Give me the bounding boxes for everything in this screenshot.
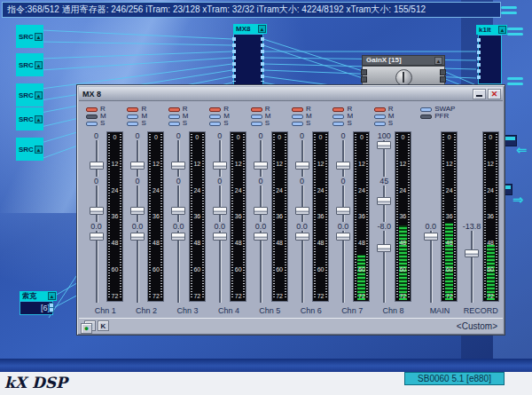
slider-thumb[interactable] [377, 197, 391, 205]
k1lt-block-title[interactable]: k1lt▲ [476, 25, 507, 35]
slider-thumb[interactable] [336, 207, 350, 215]
src-block-5-title[interactable]: SRC▲ [16, 138, 43, 161]
slider-thumb[interactable] [90, 162, 104, 170]
send2-slider[interactable] [89, 186, 105, 222]
slider-thumb[interactable] [254, 162, 268, 170]
slider-thumb[interactable] [130, 207, 145, 215]
output-pin[interactable] [49, 307, 54, 312]
toggle-m[interactable]: M [86, 113, 124, 120]
preset-selector[interactable]: <Custom> [457, 321, 497, 331]
fader-thumb[interactable] [254, 233, 268, 241]
monitor-button[interactable]: ● [81, 323, 92, 334]
minimized-module-icon[interactable] [501, 6, 517, 9]
send2-slider[interactable] [212, 186, 228, 222]
fader-slider[interactable] [129, 231, 145, 303]
send2-slider[interactable] [335, 186, 351, 222]
minimized-module-icon[interactable] [507, 28, 523, 30]
slider-thumb[interactable] [90, 207, 104, 215]
fader-thumb[interactable] [295, 233, 309, 241]
toggle-m[interactable]: M [127, 113, 165, 120]
slider-thumb[interactable] [295, 162, 309, 170]
send1-slider[interactable] [170, 140, 186, 177]
fader-slider[interactable] [170, 231, 186, 303]
slider-thumb[interactable] [171, 207, 185, 215]
sink-block-title[interactable]: 索克▲ [20, 291, 57, 301]
gainx-block-title[interactable]: GainX [15]▲ [362, 55, 445, 66]
send2-slider[interactable] [253, 186, 269, 222]
toggle-s[interactable]: S [209, 120, 247, 127]
toggle-s[interactable]: S [292, 120, 330, 127]
fader-thumb[interactable] [130, 233, 145, 241]
toggle-m[interactable]: M [374, 113, 412, 120]
fader-thumb[interactable] [377, 244, 391, 252]
slider-thumb[interactable] [213, 207, 227, 215]
src-block-3-title[interactable]: SRC▲ [16, 83, 43, 107]
fader-thumb[interactable] [171, 233, 185, 241]
minimize-button[interactable] [473, 89, 486, 99]
output-pin-r[interactable] [440, 76, 446, 83]
send2-slider[interactable] [376, 186, 392, 222]
fader-thumb[interactable] [213, 233, 227, 241]
input-connector-icon[interactable] [504, 135, 517, 146]
mx8-block-title[interactable]: MX8▲ [233, 24, 267, 34]
src-block-1-title[interactable]: SRC▲ [16, 25, 43, 48]
toggle-s[interactable]: S [332, 120, 371, 127]
slider-thumb[interactable] [171, 162, 185, 170]
output-pin-l[interactable] [440, 69, 446, 75]
arrow-right-icon[interactable]: ⇒ [512, 194, 524, 207]
gain-knob[interactable] [395, 69, 412, 86]
slider-thumb[interactable] [336, 162, 350, 170]
output-pins[interactable] [261, 37, 264, 82]
sink-block[interactable]: [6] [20, 301, 53, 315]
send1-slider[interactable] [335, 140, 351, 177]
collapse-arrow-icon[interactable]: ▲ [48, 292, 56, 300]
toggle-m[interactable]: M [209, 113, 247, 120]
send2-slider[interactable] [129, 186, 145, 222]
toggle-pfr[interactable]: PFR [420, 113, 458, 120]
input-pin-l[interactable] [361, 69, 367, 75]
k-button[interactable]: K [98, 320, 109, 331]
toggle-m[interactable]: M [292, 113, 330, 120]
slider-thumb[interactable] [377, 141, 391, 149]
slider-thumb[interactable] [130, 162, 145, 170]
collapse-arrow-icon[interactable]: ▲ [434, 57, 442, 65]
input-pin-r[interactable] [361, 76, 367, 83]
fader-thumb[interactable] [424, 233, 438, 241]
close-button[interactable]: ✕ [488, 89, 501, 99]
fader-slider[interactable] [335, 231, 351, 303]
fader-thumb[interactable] [336, 233, 350, 241]
collapse-arrow-icon[interactable]: ▲ [35, 146, 43, 154]
fader-slider[interactable] [464, 231, 480, 303]
toggle-m[interactable]: M [168, 113, 207, 120]
toggle-s[interactable]: S [168, 120, 207, 127]
send1-slider[interactable] [253, 140, 269, 177]
send1-slider[interactable] [89, 140, 105, 177]
input-pins[interactable] [477, 38, 481, 81]
k1lt-block[interactable] [478, 35, 502, 84]
gainx-block[interactable] [362, 66, 445, 86]
collapse-arrow-icon[interactable]: ▲ [258, 25, 266, 33]
send1-slider[interactable] [294, 140, 310, 177]
fader-slider[interactable] [253, 231, 269, 303]
slider-thumb[interactable] [254, 207, 268, 215]
mx8-block[interactable] [233, 34, 263, 85]
collapse-arrow-icon[interactable]: ▲ [35, 91, 43, 99]
send1-slider[interactable] [212, 140, 228, 177]
toggle-s[interactable]: S [127, 120, 165, 127]
slider-thumb[interactable] [295, 207, 309, 215]
arrow-left-icon[interactable]: ⇐ [516, 144, 528, 157]
fader-slider[interactable] [376, 231, 392, 303]
fader-slider[interactable] [89, 231, 105, 303]
src-block-4-title[interactable]: SRC▲ [16, 107, 43, 130]
src-block-2-title[interactable]: SRC▲ [16, 53, 43, 76]
collapse-arrow-icon[interactable]: ▲ [35, 115, 43, 123]
send1-slider[interactable] [376, 140, 392, 177]
fader-slider[interactable] [294, 231, 310, 303]
send1-slider[interactable] [129, 140, 145, 177]
toggle-m[interactable]: M [251, 113, 289, 120]
toggle-s[interactable]: S [374, 120, 412, 127]
toggle-s[interactable]: S [86, 120, 124, 127]
send2-slider[interactable] [170, 186, 186, 222]
input-pins[interactable] [232, 37, 236, 82]
toggle-s[interactable]: S [251, 120, 289, 127]
